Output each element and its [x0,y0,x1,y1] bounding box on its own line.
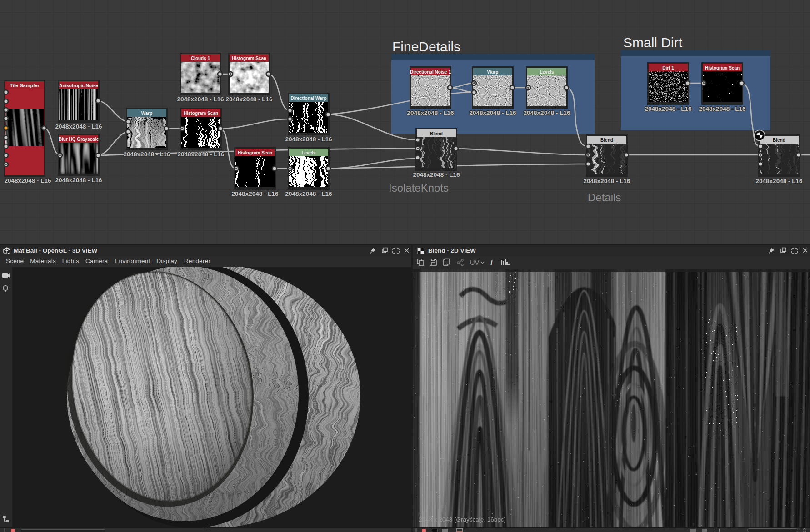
svg-text:Blend: Blend [600,138,613,143]
svg-text:2048x2048 - L16: 2048x2048 - L16 [55,177,102,184]
svg-text:2048x2048 - L16: 2048x2048 - L16 [177,96,224,103]
svg-text:i: i [490,259,493,267]
svg-text:Histogram Scan: Histogram Scan [184,111,218,116]
svg-text:Histogram Scan: Histogram Scan [238,150,272,155]
svg-text:Tile Sampler: Tile Sampler [10,83,40,88]
svg-text:2048x2048 - L16: 2048x2048 - L16 [413,171,460,178]
svg-text:2048x2048 - L16: 2048x2048 - L16 [524,109,570,116]
svg-text:IsolateKnots: IsolateKnots [389,182,449,194]
svg-text:Levels: Levels [301,150,316,155]
svg-text:Blend: Blend [773,138,785,143]
svg-text:Directional Noise 1: Directional Noise 1 [410,70,451,75]
svg-text:2048x2048 - L16: 2048x2048 - L16 [178,151,225,158]
svg-text:2048x2048 - L16: 2048x2048 - L16 [285,190,332,197]
svg-text:2048x2048 - L16: 2048x2048 - L16 [470,109,516,116]
svg-text:Small Dirt: Small Dirt [623,35,683,50]
svg-text:Blend: Blend [430,131,443,136]
svg-text:2048x2048 - L16: 2048x2048 - L16 [407,109,454,116]
svg-text:Details: Details [588,191,621,204]
svg-text:Histogram Scan: Histogram Scan [232,56,266,61]
svg-text:Warp: Warp [141,111,153,116]
svg-text:2048x2048 - L16: 2048x2048 - L16 [5,177,51,184]
svg-text:2048x2048 - L16: 2048x2048 - L16 [584,178,630,184]
svg-text:2048x2048 - L16: 2048x2048 - L16 [699,105,746,112]
svg-text:2048x2048 - L16: 2048x2048 - L16 [285,136,332,143]
svg-text:Levels: Levels [540,70,554,75]
svg-text:Dirt 1: Dirt 1 [662,65,674,70]
svg-text:2048x2048 - L16: 2048x2048 - L16 [55,123,102,130]
svg-text:2048x2048 - L16: 2048x2048 - L16 [645,105,692,112]
svg-text:2048x2048 - L16: 2048x2048 - L16 [226,96,273,103]
svg-text:FineDetails: FineDetails [392,39,460,54]
svg-text:Histogram Scan: Histogram Scan [705,65,740,70]
svg-text:2048x2048 - L16: 2048x2048 - L16 [232,190,279,197]
svg-text:2048x2048 - L16: 2048x2048 - L16 [756,178,803,184]
svg-text:Clouds 1: Clouds 1 [191,56,210,61]
svg-text:UV: UV [470,259,479,266]
svg-text:2048x2048 - L16: 2048x2048 - L16 [124,151,170,158]
svg-text:Warp: Warp [487,70,499,75]
svg-text:Directional Warp: Directional Warp [290,96,326,101]
svg-text:Anisotropic Noise: Anisotropic Noise [59,83,98,88]
svg-text:Blur HQ Grayscale: Blur HQ Grayscale [59,137,99,142]
